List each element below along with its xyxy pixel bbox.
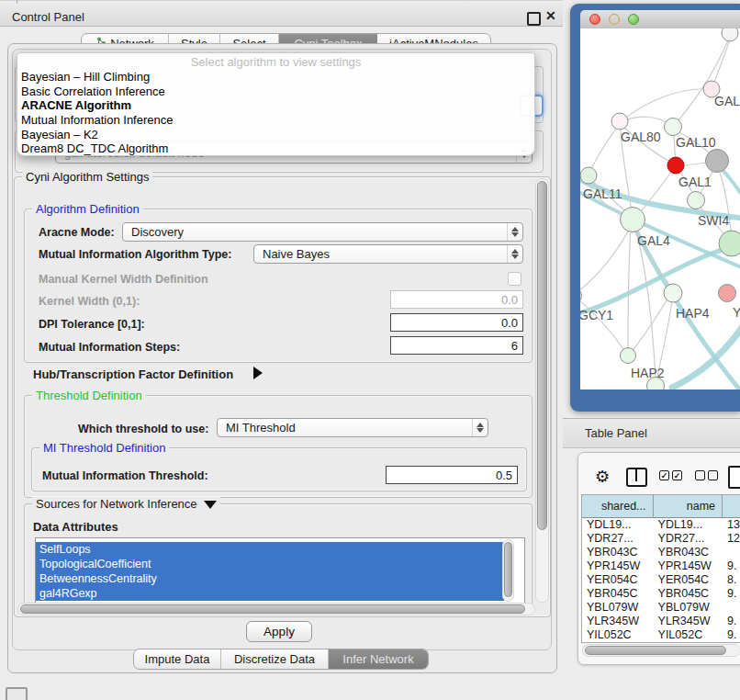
table-cell: YER054C xyxy=(654,573,723,587)
close-panel-icon[interactable]: ✕ xyxy=(545,8,556,23)
settings-vscrollbar-track[interactable] xyxy=(535,178,549,603)
gear-icon[interactable]: ⚙ xyxy=(595,467,610,487)
which-threshold-label: Which threshold to use: xyxy=(78,423,208,435)
dropdown-item[interactable]: Basic Correlation Inference xyxy=(17,85,534,99)
apply-button[interactable]: Apply xyxy=(246,621,312,642)
minimized-panel-icon[interactable] xyxy=(6,687,28,700)
network-node[interactable] xyxy=(722,28,738,41)
tab-infer-network[interactable]: Infer Network xyxy=(329,649,428,669)
node-label: Y xyxy=(733,305,740,320)
manual-kernel-label: Manual Kernel Width Definition xyxy=(39,273,208,286)
table-hscrollbar-track[interactable] xyxy=(582,644,740,657)
dropdown-item[interactable]: Bayesian – Hill Climbing xyxy=(17,70,534,85)
mi-algorithm-type-label: Mutual Information Algorithm Type: xyxy=(39,248,231,261)
dropdown-item[interactable]: Mutual Information Inference xyxy=(17,113,534,128)
attribute-list-item[interactable]: gal4RGexp xyxy=(36,586,504,601)
table-row[interactable]: YIL052CYIL052C9. xyxy=(582,628,740,642)
dpi-tolerance-label: DPI Tolerance [0,1]: xyxy=(39,318,145,331)
table-cell: YBR045C xyxy=(582,587,654,601)
table-cell: YLR345W xyxy=(654,615,723,628)
tab-impute-data[interactable]: Impute Data xyxy=(134,649,221,669)
table-row[interactable]: YER054CYER054C8. xyxy=(582,573,740,587)
network-window-titlebar[interactable] xyxy=(580,10,740,29)
list-scrollbar-track[interactable] xyxy=(502,539,514,602)
table-row[interactable]: YLR345WYLR345W9. xyxy=(582,615,740,628)
column-header-shared[interactable]: shared... xyxy=(582,495,654,517)
hub-definition-label: Hub/Transcription Factor Definition xyxy=(33,367,233,381)
float-panel-icon[interactable] xyxy=(527,12,541,26)
column-header-extra[interactable] xyxy=(723,495,740,517)
dropdown-item[interactable]: Dream8 DC_TDC Algorithm xyxy=(17,141,534,156)
table-cell: YBR043C xyxy=(582,546,654,559)
mi-steps-value: 6 xyxy=(511,339,518,353)
table-mode-icon[interactable] xyxy=(728,466,740,489)
list-scrollbar-thumb[interactable] xyxy=(504,542,512,597)
network-node[interactable] xyxy=(688,192,705,209)
network-edge-highlighted xyxy=(580,190,740,269)
columns-icon[interactable] xyxy=(626,468,647,487)
deselect-all-checks-icon[interactable] xyxy=(695,470,718,480)
network-node[interactable] xyxy=(719,285,736,302)
column-header-name[interactable]: name xyxy=(654,495,723,517)
close-window-icon[interactable] xyxy=(589,14,600,25)
node-label: GAL11 xyxy=(583,186,622,201)
dropdown-item[interactable]: Bayesian – K2 xyxy=(17,128,534,142)
network-edge xyxy=(589,123,620,174)
attribute-list-item[interactable]: BetweennessCentrality xyxy=(36,571,504,586)
which-threshold-combo[interactable]: MI Threshold xyxy=(217,418,488,437)
node-label: GAL1 xyxy=(678,175,712,189)
mi-threshold-label: Mutual Information Threshold: xyxy=(42,469,208,482)
settings-hscrollbar-track[interactable] xyxy=(17,603,535,615)
table-cell: 9. xyxy=(723,559,740,573)
kernel-width-field[interactable]: 0.0 xyxy=(390,290,523,309)
network-canvas[interactable]: GALGAL80GAL10GAL1GAL11GAL4SWI4GCY1HAP4YH… xyxy=(580,28,740,390)
node-label: GCY1 xyxy=(580,308,613,322)
table-cell: YDR27... xyxy=(582,532,654,546)
threshold-definition-title: Threshold Definition xyxy=(32,389,146,402)
network-node[interactable] xyxy=(706,150,729,173)
mi-threshold-value: 0.5 xyxy=(496,469,512,482)
data-attributes-list: SelfLoopsTopologicalCoefficientBetweenne… xyxy=(35,537,525,604)
table-cell: YLR345W xyxy=(582,615,654,628)
settings-hscrollbar-thumb[interactable] xyxy=(20,604,525,614)
network-node[interactable] xyxy=(621,348,636,364)
minimize-window-icon[interactable] xyxy=(609,14,620,25)
table-row[interactable]: YPR145WYPR145W9. xyxy=(582,559,740,573)
network-node[interactable] xyxy=(580,167,597,184)
network-node[interactable] xyxy=(667,157,684,174)
expand-arrow-icon[interactable] xyxy=(253,367,263,379)
mi-threshold-field[interactable]: 0.5 xyxy=(386,466,518,484)
node-label: GAL4 xyxy=(637,233,670,248)
table-cell: 9. xyxy=(723,587,740,601)
attribute-list-item[interactable]: SelfLoops xyxy=(36,542,504,557)
mi-algorithm-type-combo[interactable]: Naive Bayes xyxy=(253,244,523,264)
network-node[interactable] xyxy=(621,208,645,232)
attribute-list-item[interactable]: TopologicalCoefficient xyxy=(36,557,504,571)
network-edge xyxy=(720,173,732,238)
tab-discretize-data[interactable]: Discretize Data xyxy=(221,649,329,669)
aracne-mode-combo[interactable]: Discovery xyxy=(122,222,523,242)
manual-kernel-checkbox[interactable] xyxy=(508,272,521,286)
table-hscrollbar-thumb[interactable] xyxy=(585,646,726,655)
select-all-checks-icon[interactable]: ✓✓ xyxy=(659,470,682,480)
zoom-window-icon[interactable] xyxy=(628,14,639,25)
table-row[interactable]: YBR045CYBR045C9. xyxy=(582,587,740,601)
settings-vscrollbar-thumb[interactable] xyxy=(537,181,547,530)
table-row[interactable]: YBL079WYBL079W xyxy=(582,601,740,615)
dpi-tolerance-field[interactable]: 0.0 xyxy=(390,313,523,332)
table-cell: YDR27... xyxy=(654,532,723,546)
screen: Control Panel ✕ Network Style Select Cyn… xyxy=(0,0,740,700)
sources-title: Sources for Network Inference xyxy=(32,497,220,511)
table-cell: YDL19... xyxy=(654,518,723,532)
table-row[interactable]: YBR043CYBR043C xyxy=(582,546,740,559)
network-node[interactable] xyxy=(665,119,682,136)
combo-arrows-icon xyxy=(507,223,522,241)
network-node[interactable] xyxy=(664,284,682,302)
dropdown-item[interactable]: ARACNE Algorithm xyxy=(17,98,534,113)
network-node[interactable] xyxy=(719,231,740,256)
table-row[interactable]: YDR27...YDR27...12 xyxy=(582,532,740,546)
network-node[interactable] xyxy=(611,113,628,130)
collapse-arrow-icon[interactable] xyxy=(204,501,217,509)
mi-steps-field[interactable]: 6 xyxy=(390,336,523,355)
table-row[interactable]: YDL19...YDL19...13 xyxy=(582,518,740,532)
